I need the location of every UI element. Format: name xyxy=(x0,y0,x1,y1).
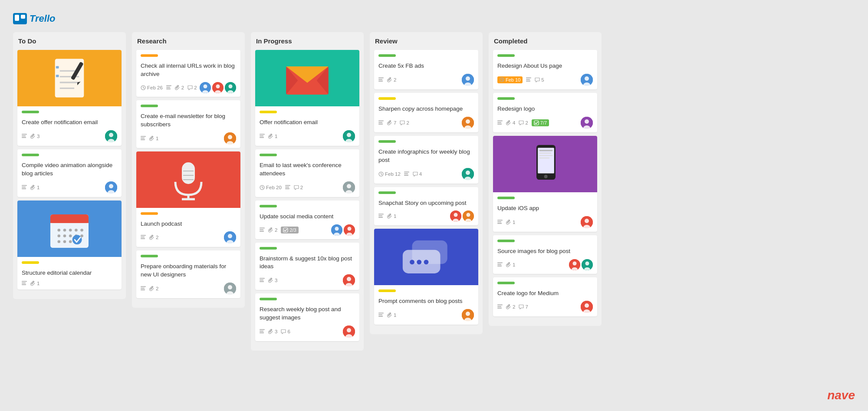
svg-rect-170 xyxy=(526,81,530,82)
card[interactable]: Create 5x FB ads 2 xyxy=(374,50,478,89)
card[interactable]: Sharpen copy across homepage 7 2 xyxy=(374,93,478,132)
svg-point-40 xyxy=(72,235,82,244)
meta-left: 1 xyxy=(497,262,569,267)
svg-point-54 xyxy=(216,84,220,88)
svg-rect-102 xyxy=(260,227,265,228)
card-label xyxy=(497,54,515,57)
svg-point-156 xyxy=(410,260,414,265)
comment-count: 2 xyxy=(187,85,197,90)
card-label xyxy=(260,205,277,207)
svg-point-198 xyxy=(573,261,577,265)
attachment-count: 1 xyxy=(30,281,39,286)
svg-rect-112 xyxy=(260,278,265,279)
avatar-group xyxy=(450,210,474,222)
svg-rect-113 xyxy=(260,279,263,280)
svg-point-192 xyxy=(585,219,589,223)
card[interactable]: Create infographics for weekly blog post… xyxy=(374,136,478,184)
card[interactable]: Redesign logo 4 2 7/7 xyxy=(493,93,597,132)
svg-rect-103 xyxy=(260,229,263,230)
avatar xyxy=(105,130,117,142)
meta-left: 2 xyxy=(141,286,224,291)
lines-icon xyxy=(22,185,27,190)
card[interactable]: Research weekly blog post and suggest im… xyxy=(255,293,359,341)
svg-rect-160 xyxy=(378,314,382,315)
lines-icon xyxy=(378,77,384,82)
card-label xyxy=(378,140,396,143)
svg-rect-87 xyxy=(260,134,265,135)
svg-point-128 xyxy=(466,76,470,81)
card-body: Source images for blog post 1 xyxy=(493,235,597,274)
card-title: Email to last week's conference attendee… xyxy=(260,161,355,178)
card[interactable]: Create e-mail newsletter for blog subscr… xyxy=(136,100,240,148)
meta-left: Feb 12 4 xyxy=(378,171,462,177)
lines-icon xyxy=(497,120,503,125)
avatar-group xyxy=(331,224,355,236)
avatar xyxy=(343,274,355,286)
card[interactable]: Check all internal URLs work in blog arc… xyxy=(136,50,240,97)
lines-icon xyxy=(22,134,27,139)
meta-left: 2 2/3 xyxy=(260,227,331,233)
card-body: Redesign logo 4 2 7/7 xyxy=(493,93,597,132)
card[interactable]: Email to last week's conference attendee… xyxy=(255,149,359,197)
card[interactable]: Prompt comments on blog posts 1 xyxy=(374,229,478,325)
card[interactable]: Prepare onboarding materials for new UI … xyxy=(136,250,240,298)
attachment-count: 2 xyxy=(506,304,515,309)
card[interactable]: Create offer notification email 3 xyxy=(17,50,122,146)
svg-point-31 xyxy=(80,229,83,232)
card[interactable]: Redesign About Us page Feb 10 5 xyxy=(493,50,597,89)
svg-rect-2 xyxy=(21,15,25,19)
svg-point-27 xyxy=(58,229,61,232)
card-label xyxy=(22,154,39,156)
svg-rect-131 xyxy=(378,122,382,123)
card[interactable]: Update iOS app 1 xyxy=(493,136,597,232)
card-meta: 2 7 xyxy=(497,301,593,313)
svg-rect-195 xyxy=(497,264,501,265)
lines-icon xyxy=(526,77,531,82)
avatar xyxy=(450,210,461,222)
card-label xyxy=(378,289,396,292)
card-meta: 2 xyxy=(141,231,236,243)
meta-left: 1 xyxy=(22,281,117,286)
svg-rect-196 xyxy=(497,265,502,266)
card-body: Create 5x FB ads 2 xyxy=(374,50,478,89)
card-title: Update iOS app xyxy=(497,204,593,213)
card[interactable]: Update social media content 2 2/3 xyxy=(255,201,359,239)
avatar xyxy=(224,132,236,145)
card-meta: 1 xyxy=(378,210,474,222)
svg-rect-13 xyxy=(22,135,26,136)
avatar xyxy=(343,130,355,142)
card-label xyxy=(260,298,277,300)
card[interactable]: Compile video animation alongside blog a… xyxy=(17,149,122,197)
card-image xyxy=(17,201,122,257)
svg-point-81 xyxy=(228,285,232,289)
svg-line-167 xyxy=(502,80,503,81)
column-review: ReviewCreate 5x FB ads 2 Sharpen copy ac… xyxy=(370,32,483,334)
svg-rect-9 xyxy=(56,75,59,77)
card[interactable]: Snapchat Story on upcoming post 1 xyxy=(374,187,478,226)
meta-left: Feb 26 2 2 xyxy=(141,85,200,90)
svg-rect-79 xyxy=(141,289,145,290)
card-body: Structure editorial calendar 1 xyxy=(17,257,122,289)
meta-left: 1 xyxy=(497,220,581,225)
card[interactable]: Launch podcast 2 xyxy=(136,151,240,247)
card-meta: Feb 12 4 xyxy=(378,168,474,180)
card-meta: Feb 20 2 xyxy=(260,181,355,194)
svg-point-39 xyxy=(69,240,72,243)
svg-rect-130 xyxy=(378,120,384,121)
card[interactable]: Structure editorial calendar 1 xyxy=(17,201,122,289)
attachment-count: 7 xyxy=(387,120,396,125)
card-label xyxy=(141,105,158,107)
card[interactable]: Brainstorm & suggest 10x blog post ideas… xyxy=(255,243,359,290)
svg-rect-159 xyxy=(378,313,384,314)
card-body: Create offer notification email 3 xyxy=(17,106,122,146)
card[interactable]: Create logo for Medium 2 7 xyxy=(493,277,597,317)
svg-line-46 xyxy=(143,88,144,89)
svg-rect-203 xyxy=(497,305,503,306)
card[interactable]: Source images for blog post 1 xyxy=(493,235,597,274)
svg-line-95 xyxy=(262,187,263,188)
card[interactable]: Offer notification email 1 xyxy=(255,50,359,146)
card-label xyxy=(378,54,396,57)
board: To Do Create offer notification email 3 … xyxy=(9,32,859,351)
card-title: Research weekly blog post and suggest im… xyxy=(260,306,355,322)
svg-rect-97 xyxy=(285,187,289,187)
